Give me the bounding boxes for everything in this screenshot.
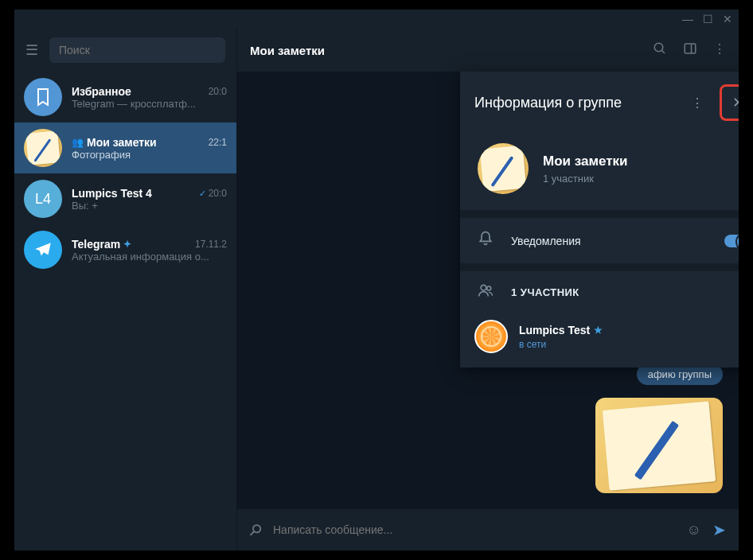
star-icon: ★ [594,325,603,336]
send-icon[interactable]: ➤ [712,520,726,539]
read-check-icon: ✓ [199,189,206,198]
close-modal-button[interactable]: ✕ 2 [720,84,739,121]
notes-avatar [24,129,62,167]
sidebar-header: ☰ [14,29,236,72]
separator [460,210,739,218]
group-name: Мои заметки [543,154,628,169]
chat-title[interactable]: Мои заметки [250,44,325,57]
message-input-bar: ⚲ ☺ ➤ [237,509,739,550]
search-input[interactable] [49,37,225,63]
member-name: Lumpics Test ★ [519,324,603,336]
svg-point-5 [487,286,491,290]
svg-point-0 [654,43,663,52]
members-icon [478,282,494,302]
chat-info: Lumpics Test 4 ✓20:0 Вы: + [72,187,227,212]
chat-preview: Вы: + [72,200,227,212]
modal-group-summary[interactable]: Мои заметки 1 участник [460,134,739,210]
chat-name: Избранное [72,85,131,98]
verified-icon: ✦ [123,239,131,250]
chat-preview: Telegram — кроссплатф... [72,98,227,110]
chat-time: ✓20:0 [199,188,227,199]
chat-name: Lumpics Test 4 [72,187,152,200]
chat-item-lumpics[interactable]: L4 Lumpics Test 4 ✓20:0 Вы: + [14,173,236,224]
chat-area: Мои заметки ⋮ «Группа» ipics Test 2 ы на… [237,29,739,550]
bookmark-icon [24,78,62,116]
group-avatar[interactable] [478,143,529,194]
more-icon[interactable]: ⋮ [713,41,726,59]
member-avatar [474,320,508,353]
notifications-label: Уведомления [511,235,707,247]
emoji-icon[interactable]: ☺ [687,522,701,539]
chat-item-saved[interactable]: Избранное 20:0 Telegram — кроссплатф... [14,72,236,122]
chat-time: 17.11.2 [195,239,227,250]
group-text: Мои заметки 1 участник [543,154,628,185]
chat-info: Избранное 20:0 Telegram — кроссплатф... [72,85,227,110]
member-status: в сети [519,339,603,350]
svg-rect-2 [685,44,696,53]
chat-info: 👥Мои заметки 22:1 Фотография [72,136,227,161]
chat-item-notes[interactable]: 👥Мои заметки 22:1 Фотография [14,122,236,173]
chat-preview: Актуальная информация о... [72,251,227,262]
modal-more-icon[interactable]: ⋮ [685,92,710,114]
notifications-row[interactable]: Уведомления [460,218,739,263]
bell-icon [478,231,494,251]
members-header: 1 УЧАСТНИК [460,271,739,313]
group-info-modal: Информация о группе ⋮ ✕ 2 Мои заметки 1 … [460,72,739,368]
svg-point-4 [481,285,486,290]
close-icon: ✕ [732,94,739,111]
main-layout: ☰ Избранное 20:0 Telegram — кроссплатф..… [14,29,739,550]
chat-name: Telegram ✦ [72,238,131,251]
chat-header: Мои заметки ⋮ [237,29,739,72]
attach-icon[interactable]: ⚲ [245,519,267,541]
minimize-button[interactable]: — [682,13,693,25]
chat-time: 20:0 [209,86,227,97]
maximize-button[interactable]: ☐ [703,13,713,25]
modal-title: Информация о группе [474,95,675,111]
chat-header-actions: ⋮ [653,41,726,59]
member-row[interactable]: Lumpics Test ★ в сети [460,313,739,368]
telegram-icon [24,231,62,269]
group-icon: 👥 [72,137,84,148]
chat-time: 22:1 [209,137,227,148]
add-member-icon[interactable] [737,283,739,302]
members-count: 1 УЧАСТНИК [511,286,720,298]
svg-line-1 [661,50,665,53]
chat-info: Telegram ✦ 17.11.2 Актуальная информация… [72,238,227,262]
modal-header: Информация о группе ⋮ ✕ 2 [460,72,739,134]
notifications-toggle[interactable] [724,235,739,247]
chat-name: 👥Мои заметки [72,136,157,149]
chat-item-telegram[interactable]: Telegram ✦ 17.11.2 Актуальная информация… [14,224,236,275]
search-icon[interactable] [653,41,667,59]
separator [460,263,739,271]
titlebar: — ☐ ✕ [14,10,739,29]
sidepanel-icon[interactable] [683,41,697,59]
message-input[interactable] [273,523,676,536]
message-photo[interactable] [595,398,723,493]
group-subtitle: 1 участник [543,173,628,185]
chat-list: Избранное 20:0 Telegram — кроссплатф... … [14,72,236,550]
menu-icon[interactable]: ☰ [25,41,38,59]
app-window: — ☐ ✕ ☰ Избранное 20:0 [14,10,739,550]
sidebar: ☰ Избранное 20:0 Telegram — кроссплатф..… [14,29,237,550]
member-info: Lumpics Test ★ в сети [519,324,603,350]
chat-preview: Фотография [72,149,227,161]
close-window-button[interactable]: ✕ [723,13,732,25]
avatar: L4 [24,180,62,218]
